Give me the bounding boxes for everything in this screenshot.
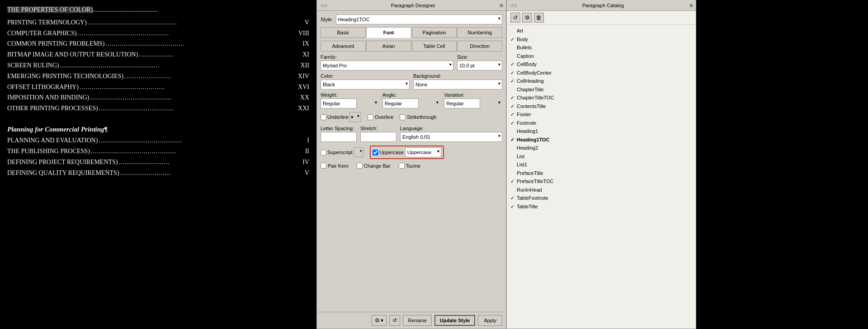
tab-numbering[interactable]: Numbering [457, 27, 502, 38]
toc-line: DEFINING PROJECT REQUIREMENTS)..........… [7, 157, 309, 168]
catalog-item[interactable]: ✓CellBody [510, 60, 692, 69]
catalog-item[interactable]: PrefaceTitle [510, 169, 692, 178]
catalog-menu-icon[interactable]: ≡ [689, 2, 693, 9]
catalog-delete-button[interactable]: 🗑 [534, 13, 544, 23]
gear-icon: ⚙ [375, 317, 380, 324]
catalog-item[interactable]: Bullets [510, 43, 692, 52]
rename-button[interactable]: Rename [403, 315, 432, 326]
overline-label: Overline [375, 114, 393, 120]
catalog-settings-button[interactable]: ⚙ [522, 13, 532, 23]
catalog-collapse-icon[interactable]: ◁◁ [509, 3, 517, 8]
weight-select[interactable]: Regular [321, 99, 357, 108]
stretch-input[interactable]: 100.0% [360, 132, 396, 142]
underline-group: Underline ▾ [321, 112, 361, 122]
color-select[interactable]: Black [321, 80, 410, 89]
catalog-item-name: Heading1 [517, 127, 538, 135]
background-label: Background: [413, 73, 502, 79]
underline-select[interactable]: ▾ [349, 112, 361, 122]
superscript-checkbox[interactable] [321, 150, 326, 155]
toc-line: SCREEN RULING)..........................… [7, 60, 309, 71]
superscript-label: Superscript [327, 150, 353, 155]
catalog-item-name: Footer [517, 111, 531, 118]
strikethrough-checkbox[interactable] [400, 114, 406, 120]
tab-row-2: Advanced Asian Table Cell Direction [321, 41, 502, 52]
catalog-item[interactable]: ChapterTitle [510, 85, 692, 94]
tab-direction[interactable]: Direction [457, 41, 502, 52]
catalog-refresh-button[interactable]: ↺ [510, 13, 520, 23]
tab-pagination[interactable]: Pagination [412, 27, 457, 38]
catalog-item[interactable]: ✓Heading1TOC [510, 136, 692, 144]
style-select[interactable]: Heading1TOC [336, 14, 502, 24]
uppercase-checkbox[interactable] [373, 150, 378, 155]
tab-advanced[interactable]: Advanced [321, 41, 366, 52]
style-select-wrapper[interactable]: Heading1TOC [336, 14, 502, 24]
catalog-item-name: TableTitle [517, 203, 538, 211]
catalog-title: Paragraph Catalog [582, 3, 624, 8]
letter-spacing-input[interactable]: 0.0% [321, 132, 357, 142]
catalog-item[interactable]: Caption [510, 52, 692, 61]
underline-overline-row: Underline ▾ Overline Strikethrough [321, 111, 502, 123]
language-select[interactable]: English (US) [400, 132, 502, 142]
apply-button[interactable]: Apply [478, 315, 502, 326]
background-select[interactable]: None [413, 80, 502, 89]
catalog-item[interactable]: RunInHead [510, 186, 692, 194]
color-label: Color: [321, 73, 410, 79]
catalog-item-check: ✓ [510, 94, 517, 102]
catalog-item-name: Bullets [517, 44, 532, 52]
collapse-icon[interactable]: ◁◁ [320, 3, 327, 8]
catalog-item[interactable]: ✓PrefaceTitleTOC [510, 177, 692, 186]
catalog-item[interactable]: ✓TableFootnote [510, 194, 692, 202]
tab-basic[interactable]: Basic [321, 27, 366, 38]
catalog-item[interactable]: ✓CellBodyCenter [510, 69, 692, 77]
catalog-item-name: Footnote [517, 119, 536, 127]
uppercase-label: Uppercase [380, 150, 404, 155]
tab-font[interactable]: Font [366, 27, 411, 38]
size-select[interactable]: 10.0 pt [457, 61, 502, 70]
variation-select[interactable]: Regular [444, 99, 480, 108]
catalog-item-check: ✓ [510, 77, 517, 85]
tab-table-cell[interactable]: Table Cell [412, 41, 457, 52]
catalog-item[interactable]: ✓ContentsTitle [510, 102, 692, 111]
family-select[interactable]: Myriad Pro [321, 61, 453, 70]
catalog-item[interactable]: List [510, 152, 692, 161]
catalog-item[interactable]: Art [510, 27, 692, 35]
underline-checkbox[interactable] [321, 114, 326, 120]
pair-kern-checkbox[interactable] [321, 163, 326, 169]
pair-kern-group: Pair Kern [321, 163, 349, 169]
catalog-item-name: PrefaceTitle [517, 169, 543, 177]
catalog-item[interactable]: ✓ChapterTitleTOC [510, 94, 692, 102]
catalog-item[interactable]: ✓TableTitle [510, 202, 692, 211]
stretch-label: Stretch: [360, 126, 396, 131]
superscript-select[interactable] [354, 147, 363, 157]
catalog-item[interactable]: ✓CellHeading [510, 77, 692, 85]
catalog-item[interactable]: Heading1 [510, 127, 692, 136]
update-style-button[interactable]: Update Style [434, 315, 476, 326]
refresh-button[interactable]: ↺ [389, 315, 400, 326]
pair-kern-row: Pair Kern Change Bar Tsume [321, 163, 502, 169]
catalog-item-name: List1 [517, 161, 527, 169]
overline-checkbox[interactable] [368, 114, 373, 120]
change-bar-checkbox[interactable] [357, 163, 363, 169]
tab-asian[interactable]: Asian [366, 41, 411, 52]
color-bg-row: Color: Black Background: None [321, 73, 502, 89]
angle-select[interactable]: Regular [382, 99, 419, 108]
catalog-item-check: ✓ [510, 194, 517, 202]
spacing-stretch-lang-row: Letter Spacing: 0.0% Stretch: 100.0% Lan… [321, 126, 502, 142]
overline-group: Overline [368, 114, 393, 120]
designer-menu-icon[interactable]: ≡ [500, 2, 503, 9]
catalog-item[interactable]: List1 [510, 160, 692, 169]
uppercase-select[interactable]: Uppercase [405, 147, 441, 157]
catalog-item-name: Caption [517, 52, 534, 60]
toc-line: PLANNING AND EVALUATION)................… [7, 135, 309, 146]
tsume-group: Tsume [399, 163, 420, 169]
gear-button[interactable]: ⚙ ▾ [372, 315, 387, 326]
tsume-checkbox[interactable] [399, 163, 405, 169]
variation-label: Variation: [444, 92, 502, 98]
catalog-titlebar: ◁◁ Paragraph Catalog ≡ [507, 0, 696, 11]
catalog-list: Art✓Body Bullets Caption✓CellBody✓CellBo… [507, 25, 696, 329]
catalog-item[interactable]: ✓Body [510, 35, 692, 44]
family-label: Family: [321, 54, 453, 60]
catalog-item[interactable]: ✓Footnote [510, 119, 692, 127]
catalog-item[interactable]: ✓Footer [510, 110, 692, 119]
catalog-item[interactable]: Heading2 [510, 144, 692, 152]
